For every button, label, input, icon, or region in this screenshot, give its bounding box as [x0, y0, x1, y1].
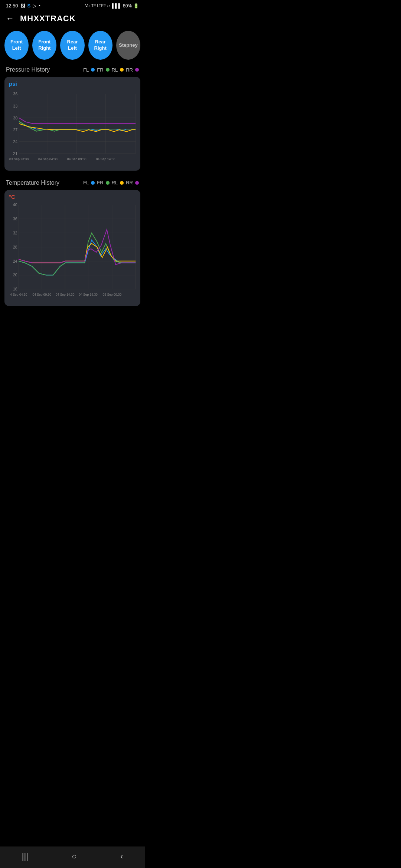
- signal-bars: ▌▌▌: [112, 3, 121, 9]
- legend-fr-label: FR: [97, 67, 103, 73]
- s-icon: S: [27, 3, 31, 9]
- signal-text: VoLTE LTE2 ↓↑: [85, 4, 110, 8]
- temperature-unit: °C: [7, 194, 137, 201]
- svg-text:21: 21: [13, 151, 17, 156]
- svg-text:04 Sep 14:30: 04 Sep 14:30: [96, 157, 115, 161]
- svg-text:04 Sep 04:30: 04 Sep 04:30: [38, 157, 58, 161]
- svg-text:33: 33: [13, 104, 17, 108]
- pressure-history-header: Pressure History FL FR RL RR: [0, 63, 145, 75]
- back-button[interactable]: ←: [6, 14, 14, 23]
- legend-fl-label: FL: [83, 67, 89, 73]
- svg-text:05 Sep 00:30: 05 Sep 00:30: [103, 292, 122, 296]
- temp-legend-fl-dot: [91, 181, 95, 185]
- temperature-chart-area: 40 36 32 28 24 20 16: [7, 201, 137, 303]
- battery-level: 80%: [123, 3, 132, 9]
- svg-text:40: 40: [13, 203, 17, 207]
- temp-legend-rr-dot: [135, 181, 139, 185]
- pressure-history-title: Pressure History: [6, 66, 50, 73]
- pressure-unit: psi: [7, 80, 137, 88]
- pressure-legend: FL FR RL RR: [83, 67, 139, 73]
- tire-btn-fl[interactable]: FrontLeft: [4, 31, 29, 60]
- temp-legend-rl-label: RL: [112, 180, 118, 185]
- temperature-legend: FL FR RL RR: [83, 180, 139, 185]
- legend-rl-label: RL: [112, 67, 118, 73]
- legend-rl-dot: [120, 68, 124, 72]
- svg-text:03 Sep 23:30: 03 Sep 23:30: [9, 157, 29, 161]
- status-bar: 12:50 🖼 S ▷ • VoLTE LTE2 ↓↑ ▌▌▌ 80% 🔋: [0, 0, 145, 10]
- time: 12:50: [6, 3, 18, 9]
- legend-fr-dot: [106, 68, 110, 72]
- svg-text:36: 36: [13, 217, 17, 221]
- tire-btn-fr[interactable]: FrontRight: [32, 31, 56, 60]
- photo-icon: 🖼: [20, 3, 25, 9]
- svg-text:28: 28: [13, 245, 17, 249]
- temperature-history-title: Temperature History: [6, 180, 59, 186]
- temperature-chart-card: °C 40 36 32 28 24 20 16: [4, 190, 140, 306]
- legend-rr-dot: [135, 68, 139, 72]
- legend-rr-label: RR: [126, 67, 133, 73]
- svg-text:04 Sep 09:30: 04 Sep 09:30: [32, 292, 51, 296]
- svg-text:24: 24: [13, 139, 17, 144]
- temp-legend-fr-label: FR: [97, 180, 103, 185]
- tire-btn-stepney[interactable]: Stepney: [116, 31, 140, 60]
- temp-legend-rl-dot: [120, 181, 124, 185]
- svg-text:30: 30: [13, 116, 17, 120]
- svg-text:32: 32: [13, 231, 17, 235]
- tire-buttons-container: FrontLeft FrontRight RearLeft RearRight …: [0, 27, 145, 63]
- pressure-chart-area: 36 33 30 27 24 21: [7, 88, 137, 168]
- svg-text:04 Sep 19:30: 04 Sep 19:30: [79, 292, 98, 296]
- svg-text:24: 24: [13, 259, 17, 263]
- temp-legend-fl-label: FL: [83, 180, 89, 185]
- temp-legend-fr-dot: [106, 181, 110, 185]
- status-right: VoLTE LTE2 ↓↑ ▌▌▌ 80% 🔋: [85, 3, 139, 9]
- header: ← MHXXTRACK: [0, 10, 145, 27]
- temp-legend-rr-label: RR: [126, 180, 133, 185]
- pressure-chart-card: psi 36 33 30 27 24 21: [4, 77, 140, 171]
- svg-text:20: 20: [13, 273, 17, 277]
- svg-text:27: 27: [13, 128, 17, 132]
- page-title: MHXXTRACK: [20, 14, 76, 23]
- svg-text:04 Sep 14:30: 04 Sep 14:30: [56, 292, 75, 296]
- dot-icon: •: [39, 3, 40, 9]
- svg-text:16: 16: [13, 287, 17, 291]
- svg-text:04 Sep 09:30: 04 Sep 09:30: [67, 157, 87, 161]
- play-icon: ▷: [33, 3, 36, 9]
- status-left: 12:50 🖼 S ▷ •: [6, 3, 40, 9]
- svg-text:36: 36: [13, 92, 17, 96]
- tire-btn-rr[interactable]: RearRight: [88, 31, 113, 60]
- battery-icon: 🔋: [133, 3, 139, 9]
- tire-btn-rl[interactable]: RearLeft: [60, 31, 84, 60]
- pressure-chart-svg: 36 33 30 27 24 21: [7, 88, 137, 168]
- temperature-history-header: Temperature History FL FR RL RR: [0, 177, 145, 188]
- legend-fl-dot: [91, 68, 95, 72]
- temperature-chart-svg: 40 36 32 28 24 20 16: [7, 201, 137, 303]
- svg-text:4 Sep 04:30: 4 Sep 04:30: [10, 292, 27, 296]
